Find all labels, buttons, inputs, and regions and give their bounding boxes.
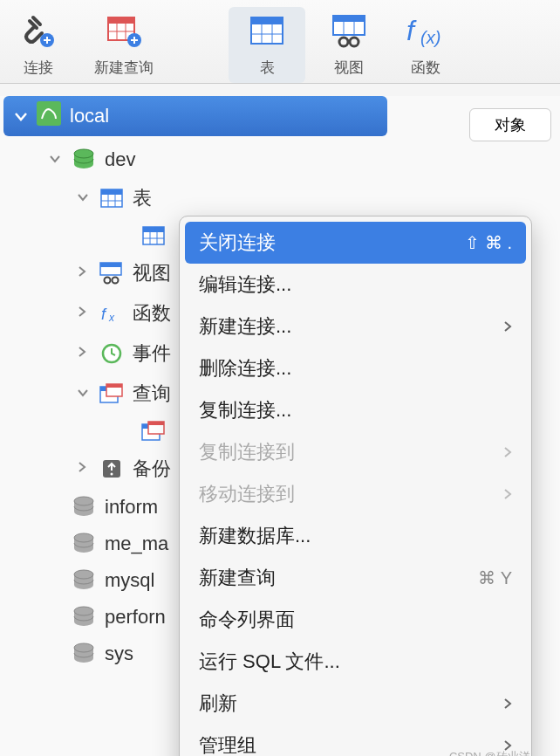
svg-rect-48 xyxy=(148,422,164,425)
tree-label: 函数 xyxy=(133,300,171,326)
menu-item[interactable]: 复制连接... xyxy=(185,389,526,431)
tree-label: mysql xyxy=(105,569,154,592)
toolbar-functions[interactable]: f(x) 函数 xyxy=(387,7,464,83)
tree-item[interactable]: dev xyxy=(21,141,560,178)
menu-item[interactable]: 新建数据库... xyxy=(185,515,526,557)
menu-item[interactable]: 运行 SQL 文件... xyxy=(185,641,526,683)
menu-item[interactable]: 关闭连接⇧ ⌘ . xyxy=(185,222,526,264)
svg-text:x: x xyxy=(108,312,115,323)
mysql-icon xyxy=(37,101,61,131)
context-menu: 关闭连接⇧ ⌘ .编辑连接...新建连接...删除连接...复制连接...复制连… xyxy=(179,216,532,756)
tree-label: 备份 xyxy=(133,456,171,482)
svg-point-16 xyxy=(339,38,348,46)
table-blue-icon xyxy=(141,225,166,246)
table-plus-icon xyxy=(103,10,145,52)
db-green-icon xyxy=(72,149,96,170)
svg-rect-13 xyxy=(333,16,365,22)
tree-label: perforn xyxy=(105,606,166,629)
content-area: 对象 local dev表视图fx函数事件查询备份informme_mamysq… xyxy=(0,96,560,756)
db-gray-icon xyxy=(72,643,96,664)
query-icon xyxy=(99,383,124,404)
db-gray-icon xyxy=(72,497,96,518)
menu-item[interactable]: 编辑连接... xyxy=(185,264,526,306)
menu-item[interactable]: 命令列界面 xyxy=(185,599,526,641)
svg-rect-44 xyxy=(106,384,122,388)
query-icon xyxy=(141,421,166,442)
menu-item: 复制连接到 xyxy=(185,431,526,473)
menu-label: 新建连接... xyxy=(199,313,291,340)
svg-rect-2 xyxy=(108,17,134,24)
chevron-right-icon xyxy=(503,317,512,337)
clock-icon xyxy=(99,343,124,364)
menu-item[interactable]: 新建查询⌘ Y xyxy=(185,557,526,599)
menu-item[interactable]: 删除连接... xyxy=(185,347,526,389)
connection-name: local xyxy=(70,105,109,127)
chevron-right-icon xyxy=(503,485,512,505)
chevron-icon xyxy=(77,190,91,206)
backup-icon xyxy=(99,458,124,479)
tree-label: me_ma xyxy=(105,533,168,555)
fx-icon: f(x) xyxy=(405,10,447,52)
shortcut: ⇧ ⌘ . xyxy=(465,232,512,253)
svg-rect-21 xyxy=(37,101,61,126)
tree-label: 查询 xyxy=(133,381,171,407)
db-gray-icon xyxy=(72,607,96,628)
menu-label: 移动连接到 xyxy=(199,481,295,507)
chevron-right-icon xyxy=(503,694,512,714)
svg-rect-35 xyxy=(100,263,121,267)
chevron-icon xyxy=(77,386,91,402)
main-toolbar: 连接 新建查询 表 视图 f(x) 函数 xyxy=(0,0,560,84)
menu-label: 刷新 xyxy=(199,691,237,717)
fx-blue-icon: fx xyxy=(99,303,124,324)
shortcut: ⌘ Y xyxy=(478,567,512,588)
footer-attribution: CSDN @砖业洋__ xyxy=(449,749,543,756)
tree-label: 事件 xyxy=(133,340,171,367)
svg-point-36 xyxy=(105,278,111,284)
svg-rect-30 xyxy=(143,227,164,232)
tree-label: 表 xyxy=(133,185,152,211)
svg-rect-25 xyxy=(101,189,122,195)
toolbar-label: 视图 xyxy=(334,58,364,78)
toolbar-label: 函数 xyxy=(411,58,440,78)
toolbar-views[interactable]: 视图 xyxy=(311,7,387,83)
table-icon xyxy=(246,10,288,52)
chevron-icon xyxy=(77,306,91,321)
chevron-icon xyxy=(77,265,91,281)
toolbar-connect[interactable]: 连接 xyxy=(0,7,77,83)
menu-label: 复制连接到 xyxy=(199,439,295,465)
view-icon xyxy=(328,10,370,52)
menu-item[interactable]: 新建连接... xyxy=(185,306,526,347)
svg-rect-8 xyxy=(251,17,283,24)
tree-label: sys xyxy=(105,643,133,665)
toolbar-tables[interactable]: 表 xyxy=(229,7,305,83)
menu-label: 关闭连接 xyxy=(199,230,276,256)
tree-label: inform xyxy=(105,496,158,519)
menu-label: 新建数据库... xyxy=(199,523,311,549)
table-blue-icon xyxy=(99,188,124,209)
tree-item[interactable]: 表 xyxy=(21,178,560,218)
menu-label: 运行 SQL 文件... xyxy=(199,649,340,675)
menu-label: 新建查询 xyxy=(199,565,276,591)
toolbar-new-query[interactable]: 新建查询 xyxy=(77,7,171,83)
toolbar-label: 表 xyxy=(260,58,275,78)
svg-text:f: f xyxy=(406,15,417,46)
menu-label: 管理组 xyxy=(199,732,256,756)
chevron-icon xyxy=(77,346,91,361)
connection-header[interactable]: local xyxy=(3,96,387,136)
object-tab[interactable]: 对象 xyxy=(469,108,551,141)
tree-label: dev xyxy=(105,148,135,171)
svg-point-50 xyxy=(111,473,113,476)
svg-point-37 xyxy=(113,278,119,284)
menu-item[interactable]: 刷新 xyxy=(185,683,526,725)
menu-label: 命令列界面 xyxy=(199,607,295,633)
chevron-down-icon xyxy=(14,105,28,127)
menu-label: 复制连接... xyxy=(199,397,291,423)
menu-label: 删除连接... xyxy=(199,355,291,381)
svg-text:f: f xyxy=(101,306,107,323)
tree-label: 视图 xyxy=(133,260,171,286)
db-gray-icon xyxy=(72,570,96,591)
svg-text:(x): (x) xyxy=(420,28,440,47)
view-icon xyxy=(99,263,124,284)
toolbar-label: 连接 xyxy=(24,58,53,78)
chevron-icon xyxy=(49,152,63,168)
